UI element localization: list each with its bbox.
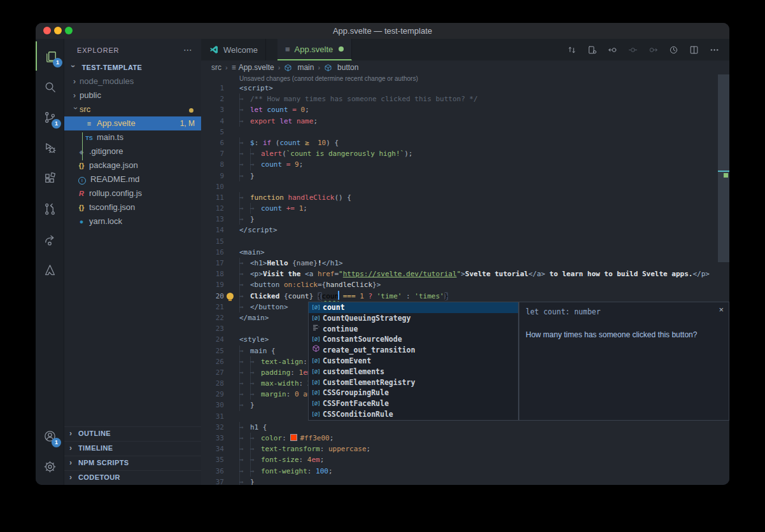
code-line-17[interactable]: 17→<h1>Hello {name}!</h1> <box>201 258 729 269</box>
code-line-3[interactable]: 3→let count = 0; <box>201 104 729 115</box>
line-content: →→count += 1; <box>239 203 307 214</box>
workspace-root-item[interactable]: › TEST-TEMPLATE <box>64 60 201 74</box>
tree-indent-guide <box>82 132 83 160</box>
lightbulb-icon[interactable] <box>227 293 234 300</box>
activity-item-explorer[interactable]: 1 <box>36 41 65 71</box>
code-line-13[interactable]: 13→} <box>201 214 729 225</box>
suggestion-cssconditionrule[interactable]: [∅]CSSConditionRule <box>309 409 518 420</box>
code-line-32[interactable]: 32→h1 { <box>201 422 729 433</box>
tree-item-readme-md[interactable]: iREADME.md <box>64 172 201 186</box>
code-line-20[interactable]: 20→Clicked {count} {coun === 1 ? 'time' … <box>201 291 729 302</box>
code-line-1[interactable]: 1<script> <box>201 83 729 94</box>
section-label: TIMELINE <box>78 444 113 452</box>
activity-item-search[interactable] <box>36 72 64 101</box>
code-line-34[interactable]: 34→→text-transform: uppercase; <box>201 444 729 454</box>
activity-item-github-pr[interactable] <box>36 194 64 223</box>
code-line-5[interactable]: 5 <box>201 127 729 137</box>
line-content: →main { <box>239 346 276 356</box>
explorer-more-actions-icon[interactable]: ⋯ <box>183 39 192 60</box>
tree-item-public[interactable]: ›public <box>64 88 201 102</box>
tab-welcome[interactable]: Welcome <box>201 39 266 60</box>
suggestion-cssgroupingrule[interactable]: [∅]CSSGroupingRule <box>309 388 518 398</box>
suggestion-customelements[interactable]: [∅]customElements <box>309 367 518 377</box>
code-line-37[interactable]: 37→} <box>201 477 729 485</box>
code-line-33[interactable]: 33→→color: #ff3e00; <box>201 433 729 444</box>
activity-item-source-control[interactable]: 1 <box>36 102 64 132</box>
code-line-19[interactable]: 19→<button on:click={handleClick}> <box>201 279 729 290</box>
line-content: →function handleClick() { <box>239 192 351 203</box>
open-changes-icon[interactable] <box>582 39 602 60</box>
tree-item-package-json[interactable]: {}package.json <box>64 158 201 172</box>
unsaved-dot[interactable] <box>339 46 344 52</box>
suggestion-create_out_transition[interactable]: create_out_transition <box>309 345 518 356</box>
tree-item-main-ts[interactable]: TSmain.ts <box>64 130 201 144</box>
code-line-35[interactable]: 35→→font-size: 4em; <box>201 454 729 465</box>
suggestion-count[interactable]: [∅]count <box>309 302 518 313</box>
breadcrumb-item-button[interactable]: button <box>324 63 358 72</box>
section-outline[interactable]: ›OUTLINE <box>64 426 201 441</box>
symbol-variable-icon: [∅] <box>309 356 323 367</box>
suggestion-countqueuingstrategy[interactable]: [∅]CountQueuingStrategy <box>309 313 518 324</box>
line-content: →<p>Visit the <a href="https://svelte.de… <box>239 269 710 279</box>
suggestion-customevent[interactable]: [∅]CustomEvent <box>309 356 518 367</box>
activity-item-run-debug[interactable] <box>36 133 64 162</box>
activity-item-azure[interactable] <box>36 255 64 284</box>
line-content: →<h1>Hello {name}!</h1> <box>239 258 343 269</box>
code-line-16[interactable]: 16<main> <box>201 247 729 258</box>
json-file-icon: {} <box>76 200 87 214</box>
file-history-icon[interactable] <box>663 39 684 60</box>
breadcrumb-item-main[interactable]: main <box>284 63 314 72</box>
tree-item-app-svelte[interactable]: ≡App.svelte1, M <box>64 116 201 130</box>
tree-item-rollup-config-js[interactable]: Rrollup.config.js <box>64 186 201 200</box>
breadcrumb-item-app-svelte[interactable]: ≡App.svelte <box>232 63 274 72</box>
compare-changes-icon[interactable] <box>561 39 582 60</box>
section-timeline[interactable]: ›TIMELINE <box>64 441 201 456</box>
split-editor-icon[interactable] <box>684 39 704 60</box>
line-content: <script> <box>239 83 273 94</box>
code-line-10[interactable]: 10 <box>201 181 729 192</box>
activity-item-accounts[interactable]: 1 <box>36 421 64 451</box>
code-line-14[interactable]: 14</script> <box>201 225 729 235</box>
previous-change-icon[interactable] <box>602 39 622 60</box>
breadcrumb[interactable]: src›≡App.svelte›main›button <box>201 60 729 74</box>
activity-item-live-share[interactable] <box>36 225 64 254</box>
code-line-9[interactable]: 9→} <box>201 171 729 181</box>
code-line-4[interactable]: 4→export let name; <box>201 116 729 127</box>
gitlens-annotation: Unsaved changes (cannot determine recent… <box>201 74 729 83</box>
suggestion-constantsourcenode[interactable]: [∅]ConstantSourceNode <box>309 334 518 345</box>
info-file-icon: i <box>78 177 86 185</box>
line-content: <style> <box>239 334 269 345</box>
code-line-8[interactable]: 8→→count = 9; <box>201 159 729 170</box>
code-line-18[interactable]: 18→<p>Visit the <a href="https://svelte.… <box>201 269 729 279</box>
tab-app-svelte[interactable]: ≡App.svelte <box>277 39 352 60</box>
activity-item-settings[interactable] <box>36 452 64 481</box>
color-swatch[interactable] <box>290 434 297 441</box>
code-line-12[interactable]: 12→→count += 1; <box>201 203 729 214</box>
activity-item-extensions[interactable] <box>36 164 64 193</box>
line-number: 33 <box>201 433 224 444</box>
breadcrumb-item-src[interactable]: src <box>211 63 221 72</box>
section-codetour[interactable]: ›CODETOUR <box>64 470 201 485</box>
tree-item--gitignore[interactable]: ◆.gitignore <box>64 144 201 158</box>
code-editor[interactable]: Unsaved changes (cannot determine recent… <box>201 74 729 485</box>
title-bar[interactable]: App.svelte — test-template <box>36 23 729 39</box>
code-line-6[interactable]: 6→$: if (count ≥ 10) { <box>201 137 729 148</box>
suggestion-signature: let count: number <box>526 307 601 316</box>
code-line-2[interactable]: 2→/** How many times has someone clicked… <box>201 94 729 104</box>
suggestion-customelementregistry[interactable]: [∅]CustomElementRegistry <box>309 377 518 388</box>
code-line-7[interactable]: 7→→alert(`count is dangerously high!`); <box>201 148 729 159</box>
suggestion-cssfontfacerule[interactable]: [∅]CSSFontFaceRule <box>309 398 518 409</box>
more-actions-icon[interactable] <box>704 39 724 60</box>
close-icon[interactable]: × <box>719 305 724 314</box>
code-line-15[interactable]: 15 <box>201 236 729 247</box>
scrollbar-slider[interactable] <box>718 74 729 262</box>
suggestion-continue[interactable]: continue <box>309 324 518 335</box>
section-npm-scripts[interactable]: ›NPM SCRIPTS <box>64 456 201 470</box>
tree-item-node-modules[interactable]: ›node_modules <box>64 74 201 88</box>
tree-item-tsconfig-json[interactable]: {}tsconfig.json <box>64 200 201 214</box>
code-line-36[interactable]: 36→→font-weight: 100; <box>201 466 729 477</box>
tree-item-src[interactable]: ›src <box>64 102 201 116</box>
code-line-11[interactable]: 11→function handleClick() { <box>201 192 729 203</box>
tree-item-yarn-lock[interactable]: ●yarn.lock <box>64 214 201 228</box>
editor-scrollbar[interactable] <box>718 74 729 485</box>
